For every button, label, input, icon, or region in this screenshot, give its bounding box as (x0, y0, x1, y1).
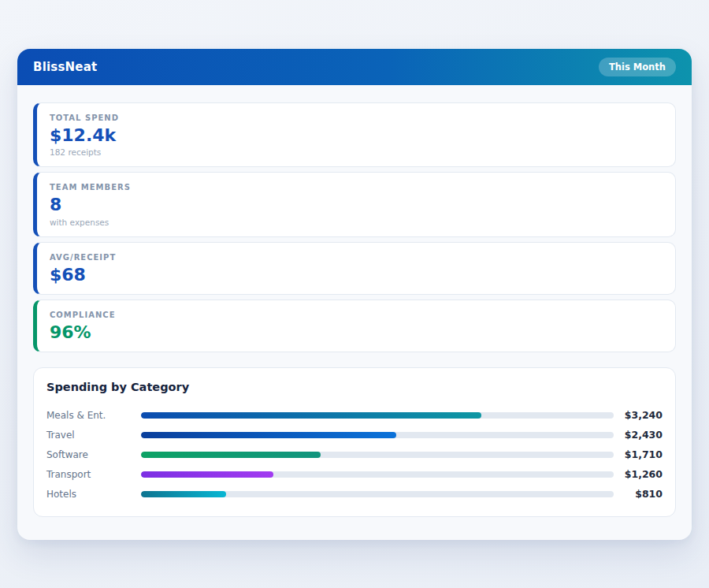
stat-value: 8 (50, 195, 663, 214)
bar-fill (141, 452, 321, 458)
stat-label: COMPLIANCE (50, 311, 663, 319)
chart-amount: $3,240 (614, 409, 663, 421)
bar-track (141, 412, 614, 419)
dashboard-panel: BlissNeat This Month TOTAL SPEND $12.4k … (17, 49, 692, 540)
chart-row: Meals & Ent. $3,240 (46, 405, 663, 425)
chart-row: Transport $1,260 (46, 464, 663, 484)
chart-row: Software $1,710 (46, 445, 663, 464)
chart-category-label: Software (46, 449, 141, 460)
stat-label: TEAM MEMBERS (50, 183, 663, 192)
stat-label: TOTAL SPEND (50, 114, 663, 122)
chart-category-label: Meals & Ent. (46, 410, 141, 421)
chart-category-label: Hotels (46, 489, 141, 500)
bar-fill (141, 491, 226, 497)
bar-fill (141, 432, 396, 438)
bar-fill (141, 412, 481, 419)
stat-value: 96% (50, 322, 663, 342)
chart-row: Travel $2,430 (46, 425, 663, 445)
bar-track (141, 491, 614, 497)
bar-track (141, 471, 614, 478)
stat-sublabel: with expenses (50, 218, 663, 227)
stat-sublabel: 182 receipts (50, 147, 663, 157)
stat-card-avg-receipt: AVG/RECEIPT $68 (33, 242, 676, 295)
stat-card-team-members: TEAM MEMBERS 8 with expenses (33, 172, 676, 236)
stat-card-compliance: COMPLIANCE 96% (33, 300, 676, 352)
dashboard-content: TOTAL SPEND $12.4k 182 receipts TEAM MEM… (17, 85, 692, 517)
chart-category-label: Travel (46, 430, 141, 441)
chart-title: Spending by Category (46, 381, 663, 393)
chart-rows: Meals & Ent. $3,240 Travel $2,430 Softwa… (46, 405, 663, 504)
stat-value: $12.4k (50, 125, 663, 145)
bar-track (141, 432, 614, 438)
chart-amount: $1,710 (614, 448, 663, 460)
stat-card-total-spend: TOTAL SPEND $12.4k 182 receipts (33, 102, 676, 167)
spending-by-category-card: Spending by Category Meals & Ent. $3,240… (33, 367, 676, 517)
app-header: BlissNeat This Month (17, 49, 692, 85)
chart-amount: $2,430 (614, 429, 663, 441)
stat-value: $68 (50, 265, 663, 285)
chart-amount: $1,260 (614, 468, 663, 480)
chart-row: Hotels $810 (46, 484, 663, 504)
chart-category-label: Transport (46, 469, 141, 480)
bar-fill (141, 471, 273, 478)
chart-amount: $810 (614, 488, 663, 500)
app-title: BlissNeat (33, 60, 97, 74)
stat-label: AVG/RECEIPT (50, 253, 663, 262)
bar-track (141, 452, 614, 458)
period-badge[interactable]: This Month (599, 58, 676, 76)
